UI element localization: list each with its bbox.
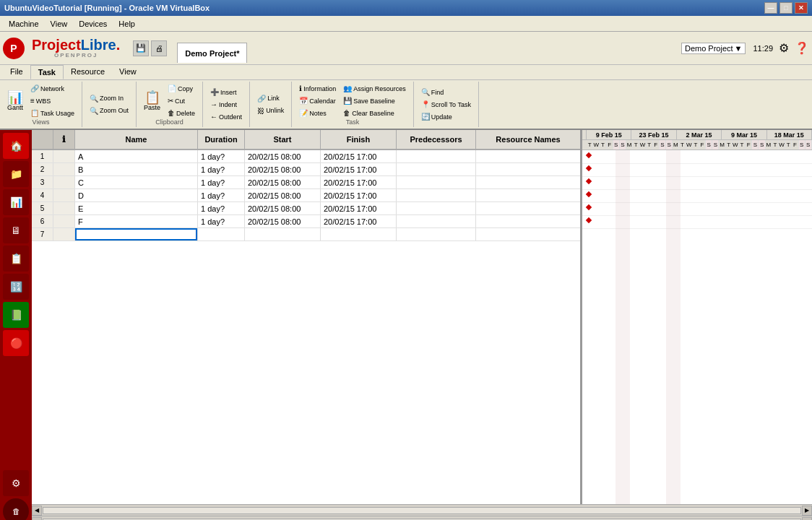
gantt-day-T4: T: [647, 140, 653, 150]
clear-baseline-btn[interactable]: 🗑 Clear Baseline: [340, 108, 409, 118]
name-input-7[interactable]: [75, 228, 197, 240]
scroll-right-btn[interactable]: ▶: [802, 506, 812, 516]
insert-buttons: ➕ Insert → Indent ← Outdent: [207, 83, 245, 126]
demo-project-selector[interactable]: Demo Project ▼: [681, 43, 746, 54]
empty-grid-space: [32, 241, 580, 504]
gantt-scroll-right[interactable]: ▶: [802, 517, 812, 521]
sidebar-icon-trash[interactable]: 🗑: [3, 498, 29, 520]
update-btn[interactable]: 🔄 Update: [418, 111, 474, 122]
gantt-scrollbar[interactable]: ◀ ▶: [32, 516, 812, 520]
maximize-button[interactable]: □: [779, 2, 792, 14]
clipboard-buttons: 📋 Paste 📄 Copy ✂ Cut 🗑 Delete: [141, 83, 198, 118]
paste-btn[interactable]: 📋 Paste: [141, 89, 163, 113]
sidebar-icon-grid[interactable]: 🔢: [3, 274, 29, 300]
cell-start-4: 20/02/15 08:00: [245, 189, 321, 202]
zoom-in-btn[interactable]: 🔍 Zoom In: [87, 93, 131, 104]
scroll-left-btn[interactable]: ◀: [32, 506, 42, 516]
cell-duration-2: 1 day?: [198, 163, 245, 176]
save-baseline-btn[interactable]: 💾 Save Baseline: [340, 95, 409, 106]
zoom-out-btn[interactable]: 🔍 Zoom Out: [87, 105, 131, 116]
project-tab[interactable]: Demo Project *: [177, 43, 247, 63]
tab-task[interactable]: Task: [30, 65, 64, 79]
gantt-day-T10: T: [785, 140, 792, 150]
find-btn[interactable]: 🔍 Find: [418, 87, 474, 98]
task-usage-btn[interactable]: 📋 Task Usage: [27, 108, 77, 118]
cell-info-7: [53, 228, 75, 240]
notes-btn[interactable]: 📝 Notes: [296, 108, 339, 118]
gantt-marker-2: [586, 165, 592, 171]
help-icon[interactable]: ❓: [795, 41, 809, 55]
sidebar-icon-alert[interactable]: 🔴: [3, 330, 29, 356]
clock: 11:29: [753, 44, 773, 53]
outdent-btn[interactable]: ← Outdent: [207, 111, 245, 122]
menu-help[interactable]: Help: [113, 18, 141, 30]
cell-name-6[interactable]: F: [75, 215, 198, 228]
cell-pred-6: [397, 215, 476, 228]
gantt-header-days: T W T F S S M T W T F S S M T W T: [582, 140, 812, 150]
cell-name-7[interactable]: [75, 228, 198, 240]
cell-name-4[interactable]: D: [75, 189, 198, 202]
gantt-day-S3: S: [660, 140, 666, 150]
cell-finish-4: 20/02/15 17:00: [321, 189, 397, 202]
assign-resources-btn[interactable]: 👥 Assign Resources: [340, 83, 409, 94]
sidebar-icon-home[interactable]: 🏠: [3, 133, 29, 159]
table-row: 5 E 1 day? 20/02/15 08:00 20/02/15 17:00: [32, 202, 580, 215]
gantt-day-S9: S: [799, 140, 805, 150]
gantt-day-W4: W: [733, 140, 739, 150]
wbs-btn[interactable]: ≡ WBS: [27, 95, 77, 106]
qat-print[interactable]: 🖨: [151, 40, 167, 56]
calendar-btn[interactable]: 📅 Calendar: [296, 95, 339, 106]
menu-machine[interactable]: Machine: [3, 18, 45, 30]
gantt-scroll-left[interactable]: ◀: [32, 517, 42, 521]
gantt-day-F4: F: [746, 140, 752, 150]
right-panel: Demo Project ▼ 11:29 ⚙ ❓: [681, 41, 809, 55]
gantt-view-btn[interactable]: 📊 Gantt: [4, 89, 26, 113]
col-header-name: Name: [75, 130, 198, 149]
sidebar-icon-clipboard[interactable]: 📋: [3, 246, 29, 272]
network-btn[interactable]: 🔗 Network: [27, 83, 77, 94]
cell-res-4: [476, 189, 580, 202]
sidebar-icon-monitor[interactable]: 🖥: [3, 217, 29, 243]
gantt-chart: 9 Feb 15 23 Feb 15 2 Mar 15 9 Mar 15 18 …: [582, 130, 812, 504]
cell-res-6: [476, 215, 580, 228]
copy-btn[interactable]: 📄 Copy: [165, 83, 198, 94]
delete-btn[interactable]: 🗑 Delete: [165, 108, 198, 118]
cell-name-5[interactable]: E: [75, 202, 198, 214]
information-btn[interactable]: ℹ Information: [296, 83, 339, 94]
cell-finish-2: 20/02/15 17:00: [321, 163, 397, 176]
cell-finish-3: 20/02/15 17:00: [321, 176, 397, 188]
link-btn[interactable]: 🔗 Link: [254, 93, 287, 104]
table-row: 6 F 1 day? 20/02/15 08:00 20/02/15 17:00: [32, 215, 580, 228]
settings-icon[interactable]: ⚙: [779, 41, 789, 55]
sidebar-icon-book[interactable]: 📗: [3, 302, 29, 328]
tab-resource[interactable]: Resource: [64, 65, 112, 79]
sidebar-icon-settings[interactable]: ⚙: [3, 470, 29, 496]
unlink-btn[interactable]: ⛓ Unlink: [254, 105, 287, 116]
cell-name-1[interactable]: A: [75, 150, 198, 162]
col-header-resources: Resource Names: [476, 130, 580, 149]
minimize-button[interactable]: —: [764, 2, 777, 14]
tab-file[interactable]: File: [3, 65, 30, 79]
close-button[interactable]: ✕: [795, 2, 808, 14]
table-row: 1 A 1 day? 20/02/15 08:00 20/02/15 17:00: [32, 150, 580, 163]
indent-btn[interactable]: → Indent: [207, 99, 245, 110]
scrollbar-track-h[interactable]: [43, 507, 801, 514]
scroll-to-task-btn[interactable]: 📍 Scroll To Task: [418, 99, 474, 110]
tab-view[interactable]: View: [112, 65, 144, 79]
ribbon-group-link: 🔗 Link ⛓ Unlink: [250, 82, 292, 127]
gantt-day-F: F: [607, 140, 613, 150]
gantt-day-S2: S: [620, 140, 626, 150]
cell-res-5: [476, 202, 580, 214]
cell-name-2[interactable]: B: [75, 163, 198, 176]
menu-devices[interactable]: Devices: [73, 18, 113, 30]
cut-btn[interactable]: ✂ Cut: [165, 95, 198, 106]
sidebar-icon-chart[interactable]: 📊: [3, 189, 29, 215]
horizontal-scrollbar[interactable]: ◀ ▶: [32, 504, 812, 516]
cell-name-3[interactable]: C: [75, 176, 198, 188]
gantt-day-T7: T: [726, 140, 733, 150]
menu-view[interactable]: View: [45, 18, 74, 30]
sidebar-icon-file[interactable]: 📁: [3, 161, 29, 187]
insert-btn[interactable]: ➕ Insert: [207, 87, 245, 98]
table-row: 4 D 1 day? 20/02/15 08:00 20/02/15 17:00: [32, 189, 580, 202]
qat-save[interactable]: 💾: [133, 40, 149, 56]
